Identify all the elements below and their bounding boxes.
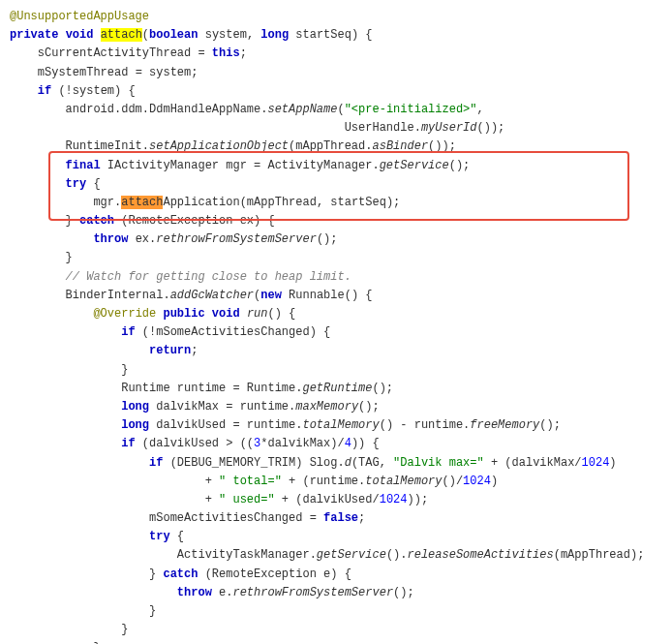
fn: setAppName (267, 103, 337, 116)
t: (); (393, 586, 414, 599)
annotation: @Override (93, 307, 156, 321)
kw-if: if (38, 84, 51, 98)
t: } (149, 604, 156, 618)
n: 4 (345, 437, 351, 450)
t: dalvikMax = runtime. (149, 400, 295, 414)
attach-highlight: attach (101, 28, 142, 42)
kw-catch: catch (79, 214, 114, 228)
kw-void: void (66, 28, 94, 42)
t: { (86, 177, 100, 191)
fn: myUserId (421, 121, 477, 135)
kw-boolean: boolean (149, 28, 198, 42)
t: (). (386, 548, 408, 562)
t: *dalvikMax)/ (260, 437, 344, 450)
t: startSeq) { (289, 28, 372, 42)
kw-if: if (121, 325, 135, 339)
kw-long: long (121, 400, 149, 414)
t: Application (163, 196, 239, 209)
fn: getService (380, 159, 449, 172)
t: )); (408, 493, 429, 506)
t: ; (191, 344, 198, 357)
t: () - runtime. (380, 418, 471, 432)
t: Runnable() { (282, 289, 373, 302)
t: } (149, 567, 163, 581)
kw-catch: catch (163, 567, 198, 581)
t: (RemoteException ex) { (114, 214, 275, 228)
fn: rethrowFromSystemServer (232, 586, 393, 599)
fn: addGcWatcher (170, 289, 254, 302)
fn: getRuntime (302, 382, 372, 395)
kw-public: public (163, 307, 204, 321)
kw-long: long (260, 28, 289, 42)
kw-return: return (149, 344, 191, 357)
kw-private: private (10, 28, 58, 42)
t: (mAppThread, startSeq); (240, 196, 401, 209)
n: 1024 (582, 456, 610, 470)
t: (); (317, 232, 338, 246)
fn: totalMemory (365, 475, 442, 488)
kw-if: if (149, 456, 163, 470)
fn: d (345, 456, 351, 470)
comment: // Watch for getting close to heap limit… (66, 270, 351, 284)
t: } (121, 363, 128, 377)
kw-long: long (121, 418, 149, 432)
t: () { (267, 307, 295, 321)
fn: setApplicationObject (149, 139, 289, 153)
kw-try: try (149, 530, 170, 543)
t: ) (491, 475, 498, 488)
kw-try: try (66, 177, 87, 191)
t: BinderInternal. (66, 289, 170, 302)
kw-false: false (323, 511, 358, 525)
n: 1024 (380, 493, 408, 506)
fn: getService (317, 548, 386, 562)
t: } (66, 214, 79, 228)
attach-orange-highlight: attach (121, 196, 163, 209)
t: (mAppThread. (289, 139, 372, 153)
fn: freeMemory (470, 418, 539, 432)
t: IActivityManager mgr = ActivityManager. (101, 159, 380, 172)
kw-if: if (121, 437, 135, 450)
str: "<pre-initialized>" (345, 103, 477, 116)
t (205, 307, 212, 321)
fn: releaseSomeActivities (407, 548, 553, 562)
t: (dalvikUsed > (( (136, 437, 254, 450)
t: , (477, 103, 484, 116)
str: "Dalvik max=" (393, 456, 484, 470)
t: (); (449, 159, 471, 172)
t: + (205, 475, 219, 488)
t: ()/ (443, 475, 464, 488)
t: ) (609, 456, 616, 470)
kw-this: this (212, 46, 240, 60)
t: dalvikUsed = runtime. (149, 418, 302, 432)
n: 1024 (463, 475, 491, 488)
kw-throw: throw (177, 586, 212, 599)
t: ( (142, 28, 149, 42)
fn: totalMemory (302, 418, 379, 432)
t: RuntimeInit. (66, 139, 149, 153)
fn: run (247, 307, 268, 321)
t: { (170, 530, 184, 543)
t: (); (372, 382, 393, 395)
str: " used=" (219, 493, 275, 506)
t: ex. (128, 232, 156, 246)
fn: rethrowFromSystemServer (156, 232, 317, 246)
t: e. (212, 586, 233, 599)
t: + (runtime. (282, 475, 365, 488)
t: sCurrentActivityThread = (38, 46, 212, 60)
t: ( (337, 103, 344, 116)
t: Runtime runtime = Runtime. (121, 382, 302, 395)
kw-final: final (66, 159, 101, 172)
t: (TAG, (351, 456, 393, 470)
t: ; (240, 46, 247, 60)
t: system, (198, 28, 260, 42)
kw-throw: throw (93, 232, 128, 246)
t: mgr. (93, 196, 121, 209)
t: )) { (351, 437, 380, 450)
t: (); (539, 418, 561, 432)
t: (mAppThread); (554, 548, 645, 562)
t: mSystemThread = system; (38, 66, 199, 79)
t: ; (358, 511, 365, 525)
t: (!system) { (51, 84, 135, 98)
t: android.ddm.DdmHandleAppName. (66, 103, 268, 116)
t: (DEBUG_MEMORY_TRIM) Slog. (163, 456, 344, 470)
